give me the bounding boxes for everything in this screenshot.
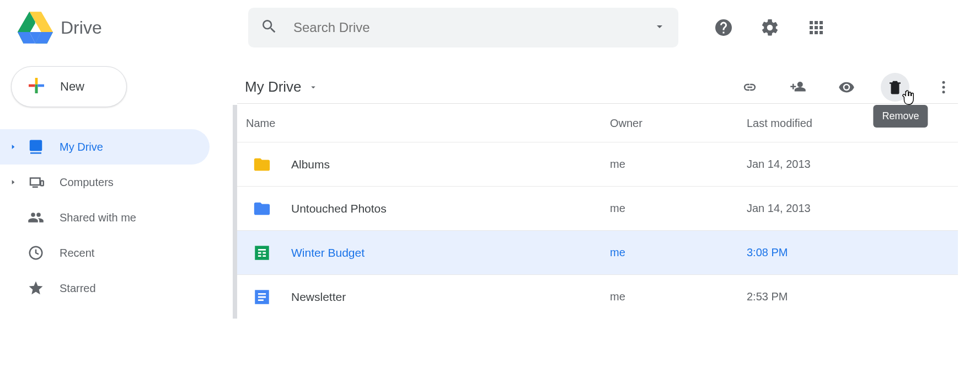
svg-point-4 (942, 91, 945, 93)
sidebar-item-label: Computers (60, 176, 114, 189)
file-name: Albums (291, 158, 610, 171)
new-button[interactable]: New (11, 66, 127, 107)
logo-section[interactable]: Drive (11, 10, 248, 45)
new-button-label: New (60, 80, 84, 94)
share-button[interactable] (784, 73, 812, 102)
search-options-caret-icon[interactable] (653, 20, 666, 35)
get-link-button[interactable] (735, 73, 764, 102)
sidebar-item-shared[interactable]: Shared with me (0, 200, 210, 235)
add-person-icon (790, 79, 806, 96)
file-name: Untouched Photos (291, 202, 610, 215)
search-input[interactable] (293, 20, 653, 35)
sidebar-item-label: My Drive (60, 141, 103, 153)
column-name[interactable]: Name (246, 117, 610, 130)
file-row[interactable]: Untouched Photos me Jan 14, 2013 (237, 186, 958, 230)
nav-list: My Drive Computers Shared with me (0, 129, 237, 306)
column-owner[interactable]: Owner (610, 117, 747, 130)
svg-rect-5 (255, 246, 269, 260)
sidebar-item-label: Recent (60, 247, 94, 260)
app-name: Drive (61, 18, 102, 38)
file-owner: me (610, 158, 747, 171)
star-icon (22, 280, 50, 296)
file-name: Newsletter (291, 290, 610, 304)
drive-logo-icon (18, 10, 53, 45)
search-bar[interactable] (248, 8, 678, 47)
sidebar-item-recent[interactable]: Recent (0, 235, 210, 271)
eye-icon (838, 79, 855, 96)
columns-header: Name Owner Last modified (237, 105, 958, 142)
svg-rect-0 (41, 181, 44, 186)
file-modified: 2:53 PM (747, 290, 958, 303)
file-owner: me (610, 246, 747, 259)
file-owner: me (610, 290, 747, 303)
app-header: Drive (0, 0, 980, 55)
file-name: Winter Budget (291, 246, 610, 260)
plus-icon (25, 74, 48, 99)
trash-icon (887, 79, 903, 96)
breadcrumb[interactable]: My Drive (245, 78, 318, 96)
settings-button[interactable] (758, 15, 782, 40)
computers-icon (22, 174, 50, 190)
file-modified: Jan 14, 2013 (747, 158, 958, 171)
svg-point-2 (942, 81, 945, 83)
folder-icon (253, 199, 291, 218)
file-owner: me (610, 202, 747, 215)
expand-icon[interactable] (8, 178, 19, 186)
my-drive-icon (22, 139, 50, 155)
link-icon (741, 79, 758, 96)
sidebar-item-computers[interactable]: Computers (0, 165, 210, 200)
more-actions-button[interactable] (929, 73, 958, 102)
shared-icon (22, 209, 50, 226)
header-actions (711, 15, 828, 40)
toolbar-actions: Remove (735, 73, 958, 102)
remove-button[interactable]: Remove (881, 73, 909, 102)
more-vertical-icon (935, 79, 952, 96)
sidebar-item-label: Shared with me (60, 211, 136, 224)
file-modified: Jan 14, 2013 (747, 202, 958, 215)
search-icon (260, 18, 278, 38)
docs-icon (253, 288, 291, 306)
file-row[interactable]: Albums me Jan 14, 2013 (237, 142, 958, 186)
apps-grid-icon (806, 18, 826, 38)
expand-icon[interactable] (8, 143, 19, 151)
main-content: My Drive Remove (237, 55, 980, 319)
breadcrumb-label: My Drive (245, 78, 302, 96)
gear-icon (760, 18, 780, 38)
preview-button[interactable] (832, 73, 861, 102)
file-list: Name Owner Last modified Albums me Jan 1… (233, 105, 958, 319)
sidebar-item-starred[interactable]: Starred (0, 271, 210, 306)
svg-point-3 (942, 86, 945, 88)
sidebar-item-label: Starred (60, 282, 96, 295)
file-row[interactable]: Winter Budget me 3:08 PM (237, 230, 958, 274)
folder-icon (253, 155, 291, 174)
file-modified: 3:08 PM (747, 246, 958, 259)
apps-button[interactable] (804, 15, 828, 40)
sidebar-item-my-drive[interactable]: My Drive (0, 129, 210, 165)
file-row[interactable]: Newsletter me 2:53 PM (237, 274, 958, 319)
remove-tooltip: Remove (873, 105, 928, 128)
chevron-down-icon (308, 82, 318, 92)
toolbar: My Drive Remove (237, 71, 958, 104)
help-icon (714, 18, 733, 38)
sheets-icon (253, 243, 291, 262)
recent-icon (22, 245, 50, 261)
help-button[interactable] (711, 15, 736, 40)
sidebar: New My Drive Computers (0, 55, 237, 319)
